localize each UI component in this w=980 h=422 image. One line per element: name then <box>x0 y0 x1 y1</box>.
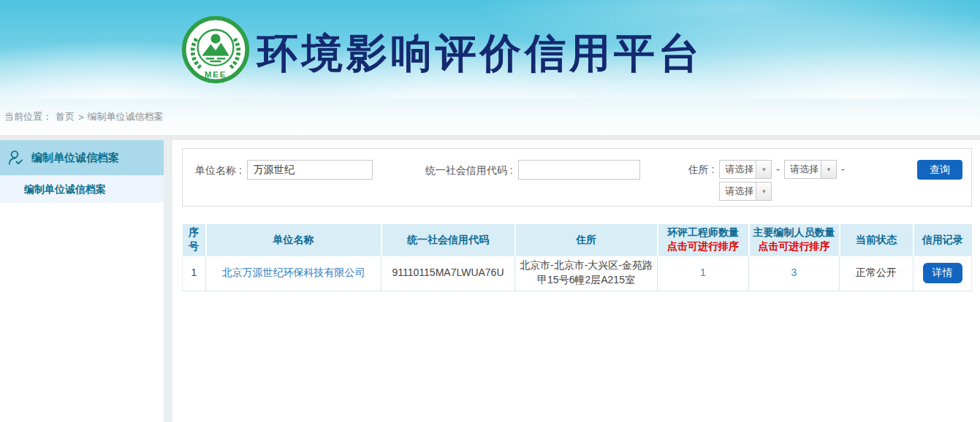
breadcrumb-home-link[interactable]: 首页 <box>56 110 75 123</box>
unit-name-group: 单位名称 : <box>195 160 373 180</box>
col-header-address: 住所 <box>515 224 658 256</box>
unit-name-input[interactable] <box>247 160 373 180</box>
address-group: 住所 : 请选择 ▼ - 请选择 ▼ - <box>688 160 849 201</box>
sidebar-item-label: 编制单位诚信档案 <box>31 151 119 165</box>
cell-credit-code: 91110115MA7LWUA76U <box>381 256 515 291</box>
breadcrumb-current: 编制单位诚信档案 <box>88 110 164 123</box>
city-select[interactable]: 请选择 ▼ <box>784 160 837 179</box>
col-header-credit-record: 信用记录 <box>913 224 972 256</box>
credit-code-label: 统一社会信用代码 : <box>425 161 513 180</box>
vertical-divider <box>164 140 172 422</box>
detail-button[interactable]: 详情 <box>923 263 962 283</box>
breadcrumb-separator: > <box>78 112 84 123</box>
search-button[interactable]: 查询 <box>917 160 962 180</box>
table-header-row: 序号 单位名称 统一社会信用代码 住所 环评工程师数量 点击可进行排序 主要编制… <box>183 224 972 256</box>
col-header-index: 序号 <box>183 224 206 256</box>
unit-name-label: 单位名称 : <box>195 161 242 180</box>
chevron-down-icon: ▼ <box>756 161 771 178</box>
staff-count-link[interactable]: 3 <box>791 266 797 278</box>
address-selects: 请选择 ▼ - 请选择 ▼ - 请选择 <box>719 160 848 201</box>
table-row: 1 北京万源世纪环保科技有限公司 91110115MA7LWUA76U 北京市-… <box>183 256 972 291</box>
credit-code-group: 统一社会信用代码 : <box>425 160 640 180</box>
user-check-icon <box>6 148 25 167</box>
address-line-1: 北京市-北京市-大兴区-金苑路 <box>518 258 654 273</box>
province-select-value: 请选择 <box>720 161 756 178</box>
dash-separator: - <box>841 160 845 179</box>
cell-address: 北京市-北京市-大兴区-金苑路 甲15号6幢2层A215室 <box>515 256 658 291</box>
sidebar: 编制单位诚信档案 编制单位诚信档案 <box>0 140 164 422</box>
engineer-count-link[interactable]: 1 <box>700 266 706 278</box>
sort-hint: 点击可进行排序 <box>660 239 747 253</box>
col-header-staff-label: 主要编制人员数量 <box>751 226 837 239</box>
sidebar-item-credit-archive[interactable]: 编制单位诚信档案 <box>0 140 164 175</box>
sort-hint: 点击可进行排序 <box>751 239 837 253</box>
status-text: 正常公开 <box>856 266 897 278</box>
credit-code-input[interactable] <box>518 160 640 180</box>
chevron-down-icon: ▼ <box>821 161 836 178</box>
breadcrumb-prefix: 当前位置： <box>4 110 52 123</box>
site-title: 环境影响评价信用平台 <box>257 26 703 82</box>
address-line-2: 甲15号6幢2层A215室 <box>518 273 654 288</box>
chevron-down-icon: ▼ <box>756 183 771 200</box>
cell-index: 1 <box>183 256 206 291</box>
sidebar-subitem-credit-archive[interactable]: 编制单位诚信档案 <box>0 175 164 203</box>
col-header-engineer-label: 环评工程师数量 <box>660 226 747 239</box>
search-panel: 单位名称 : 统一社会信用代码 : 住所 : 请选择 ▼ <box>182 148 972 207</box>
col-header-code: 统一社会信用代码 <box>381 224 515 256</box>
col-header-company: 单位名称 <box>206 224 381 256</box>
content: 编制单位诚信档案 编制单位诚信档案 单位名称 : 统一社会信用代码 : 住所 : <box>0 140 980 422</box>
site-header: MEE 环境影响评价信用平台 <box>0 0 980 99</box>
mee-logo-icon: MEE <box>181 15 250 84</box>
divider-band <box>0 135 980 140</box>
col-header-staff-count-sort[interactable]: 主要编制人员数量 点击可进行排序 <box>749 224 840 256</box>
district-select-value: 请选择 <box>720 183 756 200</box>
logo-text: MEE <box>205 70 227 79</box>
district-select[interactable]: 请选择 ▼ <box>719 182 772 201</box>
dash-separator: - <box>776 160 780 179</box>
address-label: 住所 : <box>688 160 715 179</box>
page: MEE 环境影响评价信用平台 当前位置： 首页 > 编制单位诚信档案 编制单位诚… <box>0 0 980 422</box>
col-header-engineer-count-sort[interactable]: 环评工程师数量 点击可进行排序 <box>658 224 749 256</box>
city-select-value: 请选择 <box>785 161 821 178</box>
results-table: 序号 单位名称 统一社会信用代码 住所 环评工程师数量 点击可进行排序 主要编制… <box>182 224 972 291</box>
province-select[interactable]: 请选择 ▼ <box>719 160 772 179</box>
company-name-link[interactable]: 北京万源世纪环保科技有限公司 <box>222 266 365 278</box>
col-header-status: 当前状态 <box>840 224 913 256</box>
breadcrumb: 当前位置： 首页 > 编制单位诚信档案 <box>0 99 980 135</box>
main-area: 单位名称 : 统一社会信用代码 : 住所 : 请选择 ▼ <box>172 140 980 422</box>
